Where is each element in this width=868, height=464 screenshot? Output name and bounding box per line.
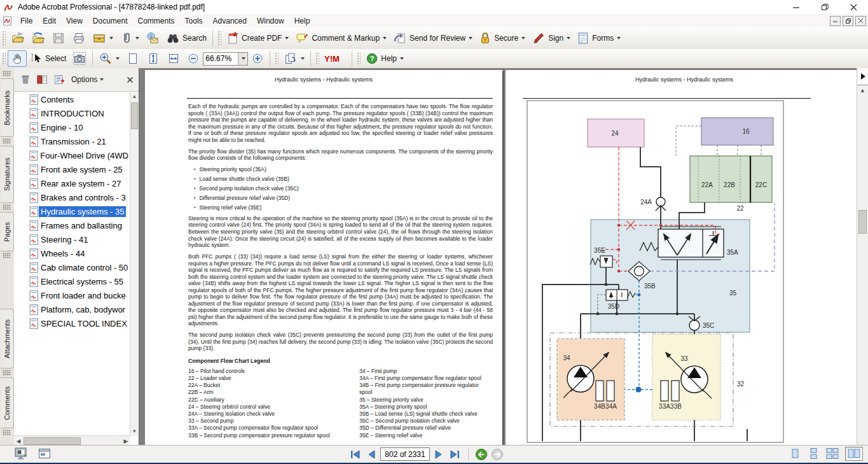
- fit-page-button[interactable]: [143, 50, 163, 67]
- restore-button[interactable]: [811, 0, 839, 14]
- zoom-out-button[interactable]: [184, 50, 203, 67]
- doc-close-button[interactable]: [855, 16, 866, 26]
- secure-button[interactable]: Secure: [476, 29, 528, 47]
- help-button[interactable]: ? Help: [362, 50, 407, 67]
- bookmark-frames[interactable]: Frames and ballasting: [14, 218, 130, 232]
- tab-attachments[interactable]: Attachments: [1, 309, 14, 369]
- actual-size-button[interactable]: [123, 50, 143, 67]
- bookmarks-vertical-scrollbar[interactable]: ▲ ▼: [130, 92, 139, 436]
- doc-scroll-thumb[interactable]: [858, 210, 867, 234]
- close-button[interactable]: [839, 0, 868, 14]
- continuous-button[interactable]: [807, 448, 820, 460]
- page-display-button[interactable]: [280, 50, 308, 67]
- forms-button[interactable]: Forms: [574, 29, 624, 47]
- zoom-level-input[interactable]: [203, 54, 238, 63]
- show-panel-button[interactable]: [857, 68, 868, 85]
- bookmark-introduction[interactable]: INTRODUCTION: [14, 106, 130, 120]
- scroll-down-arrow-icon[interactable]: ▼: [130, 427, 139, 436]
- menu-view[interactable]: View: [61, 15, 88, 27]
- bookmark-engine[interactable]: Engine - 10: [14, 120, 130, 134]
- scroll-right-arrow-icon[interactable]: ▶: [121, 438, 130, 444]
- scroll-left-arrow-icon[interactable]: ◀: [14, 438, 23, 444]
- bookmarks-hscroll-thumb[interactable]: [24, 437, 81, 445]
- select-tool-button[interactable]: Select: [27, 50, 69, 67]
- expand-current-bookmark-button[interactable]: [37, 74, 48, 85]
- next-view-button[interactable]: [491, 448, 504, 461]
- page-view-icon[interactable]: [38, 448, 51, 460]
- menu-comments[interactable]: Comments: [133, 15, 180, 27]
- doc-restore-button[interactable]: [843, 16, 853, 26]
- bookmark-brakes[interactable]: Brakes and controls - 3: [14, 190, 130, 204]
- menu-tools[interactable]: Tools: [180, 15, 208, 27]
- comment-markup-button[interactable]: Comment & Markup: [292, 29, 390, 47]
- scroll-up-arrow-icon[interactable]: ▲: [130, 92, 139, 101]
- bookmark-front-axle[interactable]: Front axle system - 25: [14, 162, 130, 176]
- zoom-in-button[interactable]: [248, 50, 267, 67]
- previous-view-button[interactable]: [475, 448, 488, 461]
- toolbar-grip[interactable]: [357, 52, 361, 66]
- email-button[interactable]: [142, 29, 163, 47]
- menu-help[interactable]: Help: [289, 15, 315, 27]
- open-web-button[interactable]: [28, 29, 48, 47]
- menu-edit[interactable]: Edit: [38, 15, 61, 27]
- menu-window[interactable]: Window: [252, 15, 289, 27]
- bookmark-cab-climate[interactable]: Cab climate control - 50: [14, 260, 130, 274]
- tab-bookmarks[interactable]: Bookmarks: [1, 78, 14, 137]
- bookmark-front-loader[interactable]: Front loader and bucke: [14, 288, 130, 302]
- continuous-facing-button[interactable]: [825, 448, 839, 460]
- next-page-button[interactable]: [433, 449, 444, 460]
- minimize-button[interactable]: [782, 0, 811, 14]
- bookmark-electrical[interactable]: Electrical systems - 55: [14, 274, 130, 288]
- first-page-button[interactable]: [348, 449, 362, 460]
- bookmark-steering[interactable]: Steering - 41: [14, 232, 130, 246]
- bookmark-transmission[interactable]: Transmission - 21: [14, 134, 130, 148]
- bookmark-contents[interactable]: Contents: [14, 92, 130, 106]
- sign-button[interactable]: Sign: [528, 29, 574, 47]
- create-pdf-button[interactable]: Create PDF: [223, 29, 292, 47]
- search-button[interactable]: Search: [163, 29, 210, 47]
- tab-comments[interactable]: Comments: [1, 377, 14, 428]
- hand-tool-button[interactable]: [8, 50, 27, 67]
- zoom-in-tool-button[interactable]: [95, 50, 123, 67]
- tab-signatures[interactable]: Signatures: [1, 146, 14, 203]
- attach-button[interactable]: [116, 29, 142, 47]
- menu-file[interactable]: File: [15, 15, 38, 27]
- delete-bookmark-button[interactable]: [20, 74, 31, 85]
- document-status-icon[interactable]: [14, 447, 28, 460]
- bookmarks-options-button[interactable]: Options: [71, 75, 104, 84]
- send-for-review-button[interactable]: Send for Review: [390, 29, 476, 47]
- doc-minimize-button[interactable]: [830, 16, 841, 26]
- toolbar-grip[interactable]: [217, 31, 221, 46]
- save-button[interactable]: [48, 29, 69, 47]
- zoom-dropdown-button[interactable]: [238, 53, 247, 65]
- snapshot-button[interactable]: [69, 50, 90, 67]
- close-panel-button[interactable]: [127, 76, 134, 83]
- bookmark-rear-axle[interactable]: Rear axle system - 27: [14, 176, 130, 190]
- menu-advanced[interactable]: Advanced: [208, 15, 252, 27]
- open-button[interactable]: [8, 29, 28, 47]
- last-page-button[interactable]: [448, 449, 462, 460]
- page-number-field[interactable]: [380, 447, 430, 461]
- bookmark-platform-cab[interactable]: Platform, cab, bodywor: [14, 302, 130, 316]
- facing-button-selected[interactable]: [845, 447, 863, 461]
- bookmark-wheels[interactable]: Wheels - 44: [14, 246, 130, 260]
- fit-width-button[interactable]: [163, 50, 184, 67]
- bookmarks-vscroll-thumb[interactable]: [131, 102, 138, 129]
- bookmark-special-tool-index[interactable]: SPECIAL TOOL INDEX: [14, 316, 130, 330]
- yahoo-messenger-button[interactable]: Y!M: [321, 52, 349, 66]
- print-button[interactable]: [69, 29, 89, 47]
- new-bookmark-button[interactable]: [54, 74, 65, 85]
- doc-scroll-up-icon[interactable]: ▲: [857, 85, 868, 95]
- single-page-button[interactable]: [789, 448, 801, 460]
- tab-pages[interactable]: Pages: [1, 212, 14, 251]
- toolbar-grip[interactable]: [2, 52, 6, 66]
- bookmark-hydraulic-systems[interactable]: Hydraulic systems - 35: [14, 204, 130, 218]
- toolbar-grip[interactable]: [275, 52, 279, 66]
- previous-page-button[interactable]: [366, 449, 377, 460]
- toolbar-grip[interactable]: [2, 31, 6, 46]
- menu-document[interactable]: Document: [88, 15, 133, 27]
- bookmarks-horizontal-scrollbar[interactable]: ◀ ▶: [14, 435, 130, 446]
- organizer-button[interactable]: [89, 29, 116, 47]
- bookmark-four-wheel-drive[interactable]: Four-Wheel Drive (4WD: [14, 148, 130, 162]
- toolbar-grip[interactable]: [315, 52, 319, 66]
